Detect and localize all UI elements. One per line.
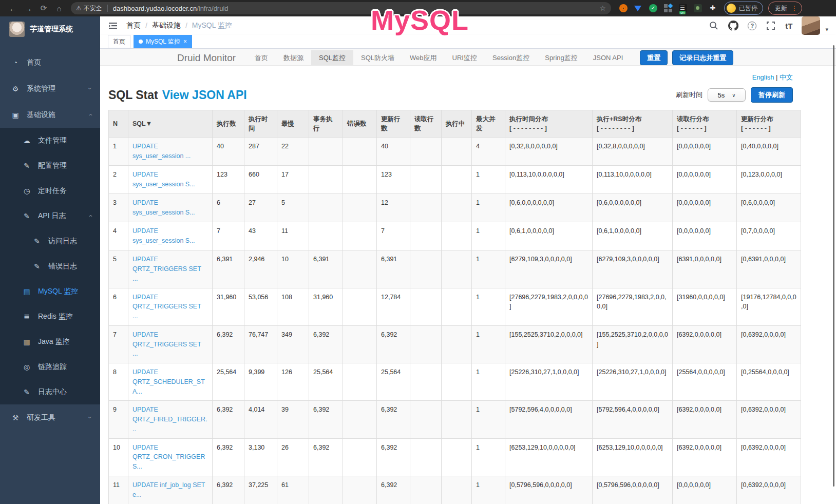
column-header[interactable]: 最慢 (277, 110, 309, 138)
view-tag[interactable]: 首页 (108, 35, 130, 48)
sidebar-item-dashboard[interactable]: ◔首页 (0, 49, 100, 75)
log-and-reset-button[interactable]: 记录日志并重置 (672, 50, 733, 65)
column-header[interactable]: 更新行分布[ - - - - - - ] (737, 110, 801, 138)
sidebar-item-error-log[interactable]: ✎错误日志 (0, 254, 100, 279)
column-header[interactable]: 读取行数 (410, 110, 442, 138)
table-cell (442, 138, 472, 166)
sidebar-item-access-log[interactable]: ✎访问日志 (0, 228, 100, 254)
column-header[interactable]: 最大并发 (472, 110, 505, 138)
sidebar-item-dev-tools[interactable]: ⚒研发工具› (0, 404, 100, 431)
druid-tab-1[interactable]: 首页 (247, 50, 276, 65)
browser-home-icon[interactable]: ⌂ (51, 4, 67, 13)
druid-tab-8[interactable]: Spring监控 (537, 50, 585, 65)
extension-orange-ring-icon[interactable] (619, 4, 628, 12)
sidebar-item-gear[interactable]: ⚙系统管理› (0, 75, 100, 102)
column-header[interactable]: N (109, 110, 128, 138)
table-cell: [0,6391,0,0,0,0] (737, 250, 801, 288)
sidebar-item-trace-eye[interactable]: ◎链路追踪 (0, 354, 100, 379)
sql-link[interactable]: UPDATE QRTZ_FIRED_TRIGGER... (132, 406, 207, 433)
druid-tab-9[interactable]: JSON API (585, 50, 631, 65)
sidebar-item-infrastructure[interactable]: ▣基础设施› (0, 102, 100, 128)
sql-link[interactable]: UPDATE QRTZ_CRON_TRIGGERS... (132, 444, 205, 471)
column-header[interactable]: SQL▼ (128, 110, 213, 138)
sql-link[interactable]: UPDATE sys_user_session S... (132, 171, 195, 188)
help-icon[interactable]: ? (748, 22, 756, 30)
column-header[interactable]: 执行时间 (244, 110, 277, 138)
table-cell (343, 325, 377, 363)
page-scrollbar[interactable] (833, 45, 834, 487)
druid-tab-7[interactable]: Session监控 (485, 50, 537, 65)
sql-link[interactable]: UPDATE QRTZ_TRIGGERS SET ... (132, 256, 201, 282)
extension-blue-gem-icon[interactable] (634, 4, 642, 12)
page-url[interactable]: dashboard.yudao.iocoder.cn/infra/druid (113, 5, 229, 12)
sql-link[interactable]: UPDATE QRTZ_TRIGGERS SET ... (132, 331, 201, 358)
insecure-label[interactable]: 不安全 (84, 4, 102, 13)
address-bar[interactable]: ⚠ 不安全 dashboard.yudao.iocoder.cn/infra/d… (71, 2, 611, 14)
column-header[interactable]: 错误数 (343, 110, 377, 138)
column-header[interactable]: 执行+RS时分布[ - - - - - - - - ] (593, 110, 673, 138)
sql-link[interactable]: UPDATE QRTZ_SCHEDULER_STA... (132, 369, 205, 395)
tag-close-icon[interactable]: × (183, 38, 187, 45)
reset-button[interactable]: 重置 (640, 50, 668, 65)
sql-link[interactable]: UPDATE QRTZ_TRIGGERS SET ... (132, 294, 201, 320)
browser-forward-icon[interactable]: → (21, 4, 36, 13)
sidebar-item-api-log[interactable]: ✎API 日志› (0, 203, 100, 228)
breadcrumb-item[interactable]: 基础设施 (152, 21, 181, 30)
extension-green-check-icon[interactable]: ✓ (649, 4, 657, 12)
sql-link[interactable]: UPDATE inf_job_log SET e... (132, 481, 205, 498)
sql-link[interactable]: UPDATE sys_user_session S... (132, 227, 195, 244)
table-cell: 1 (472, 288, 505, 325)
font-size-icon[interactable]: tT (785, 22, 792, 30)
avatar-caret-icon[interactable]: ▾ (825, 26, 828, 33)
lang-english-link[interactable]: English (752, 73, 774, 81)
druid-tab-2[interactable]: 数据源 (276, 50, 311, 65)
app-logo-row[interactable]: 芋道管理系统 (0, 16, 100, 42)
browser-menu-dots-icon[interactable]: ⋮ (791, 5, 797, 12)
sidebar-item-timer[interactable]: ◷定时任务 (0, 178, 100, 203)
extensions-puzzle-icon[interactable]: ✚ (709, 4, 717, 12)
sql-link[interactable]: UPDATE sys_user_session S... (132, 199, 195, 216)
sidebar-item-config-edit[interactable]: ✎配置管理 (0, 153, 100, 178)
druid-tab-6[interactable]: URI监控 (445, 50, 485, 65)
table-cell: 108 (277, 288, 309, 325)
table-cell (343, 138, 377, 166)
sql-link[interactable]: UPDATE sys_user_session ... (132, 143, 191, 160)
sidebar-item-log-center[interactable]: ✎日志中心 (0, 379, 100, 404)
sidebar-item-cloud-upload[interactable]: ☁文件管理 (0, 128, 100, 153)
extension-list-icon[interactable]: on (679, 4, 687, 12)
fullscreen-icon[interactable] (766, 21, 776, 31)
lang-chinese-link[interactable]: 中文 (780, 73, 793, 81)
refresh-interval-select[interactable]: 5s ∨ (708, 88, 746, 102)
extension-blocks-icon[interactable] (664, 4, 672, 12)
column-header[interactable]: 执行中 (442, 110, 472, 138)
sidebar-item-mysql-monitor[interactable]: ▤MySQL 监控 (0, 279, 100, 304)
table-cell (343, 166, 377, 194)
pause-refresh-button[interactable]: 暂停刷新 (751, 87, 793, 103)
browser-reload-icon[interactable]: ⟳ (36, 4, 51, 13)
gear-icon: ⚙ (11, 85, 20, 93)
github-icon[interactable] (728, 21, 738, 31)
sidebar-item-redis-monitor[interactable]: ≣Redis 监控 (0, 304, 100, 329)
druid-tab-4[interactable]: SQL防火墙 (353, 50, 402, 65)
extension-dark-icon[interactable] (694, 4, 702, 12)
breadcrumb-item[interactable]: 首页 (126, 21, 141, 30)
browser-back-icon[interactable]: ← (5, 4, 21, 13)
bookmark-star-icon[interactable]: ☆ (599, 4, 606, 12)
column-header[interactable]: 读取行分布[ - - - - - - ] (673, 110, 737, 138)
hamburger-icon[interactable] (108, 21, 118, 31)
search-icon[interactable] (709, 21, 719, 31)
column-header[interactable]: 执行数 (213, 110, 244, 138)
druid-brand[interactable]: Druid Monitor (177, 52, 236, 64)
view-tag[interactable]: MySQL 监控× (134, 35, 192, 48)
view-json-api-link[interactable]: View JSON API (162, 88, 247, 102)
druid-tab-5[interactable]: Web应用 (402, 50, 445, 65)
user-avatar[interactable] (802, 16, 820, 35)
column-header[interactable]: 更新行数 (377, 110, 410, 138)
browser-profile-button[interactable]: 已暂停 (724, 2, 763, 15)
app-logo-image (9, 22, 25, 37)
druid-tab-3[interactable]: SQL监控 (311, 50, 353, 65)
sidebar-item-java-monitor[interactable]: ▥Java 监控 (0, 329, 100, 354)
column-header[interactable]: 执行时间分布[ - - - - - - - - ] (505, 110, 593, 138)
browser-update-button[interactable]: 更新 ⋮ (768, 2, 802, 15)
column-header[interactable]: 事务执行 (309, 110, 343, 138)
